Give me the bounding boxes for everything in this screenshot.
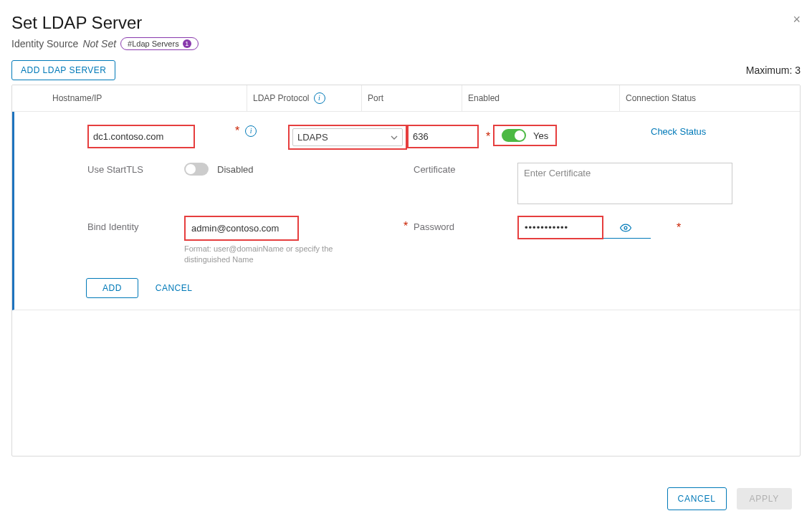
bind-identity-highlight	[184, 216, 299, 241]
hostname-input[interactable]	[92, 128, 191, 145]
dialog-footer: CANCEL APPLY	[667, 487, 792, 510]
eye-icon[interactable]	[619, 221, 632, 234]
ldap-servers-chip[interactable]: #Ldap Servers 1	[120, 37, 199, 50]
required-marker: *	[486, 130, 490, 143]
starttls-toggle[interactable]	[184, 163, 209, 176]
identity-source-value: Not Set	[82, 38, 116, 49]
grid-header: Hostname/IP LDAP Protocol i Port Enabled…	[12, 85, 800, 112]
starttls-state: Disabled	[217, 164, 254, 175]
ldap-protocol-value: LDAPS	[297, 132, 328, 143]
dialog-title: Set LDAP Server	[11, 13, 142, 33]
bind-identity-label: Bind Identity	[87, 221, 139, 232]
required-marker: *	[677, 221, 681, 234]
dialog-set-ldap-server: Set LDAP Server × Identity Source Not Se…	[0, 0, 812, 526]
ldap-server-editor: * i LDAPS	[12, 112, 800, 310]
info-icon[interactable]: i	[314, 92, 325, 104]
cancel-inline-link[interactable]: CANCEL	[156, 283, 193, 293]
close-icon[interactable]: ×	[793, 13, 801, 26]
apply-button: APPLY	[737, 488, 792, 510]
col-hostname: Hostname/IP	[47, 85, 247, 111]
col-port: Port	[362, 85, 462, 111]
maximum-text: Maximum: 3	[746, 64, 801, 76]
col-connection-status: Connection Status	[620, 85, 800, 111]
identity-source-label: Identity Source	[11, 38, 78, 49]
certificate-textarea[interactable]: Enter Certificate	[517, 163, 732, 204]
port-input[interactable]	[411, 128, 474, 145]
col-enabled: Enabled	[462, 85, 620, 111]
certificate-label: Certificate	[414, 164, 456, 175]
enabled-highlight: Yes	[493, 125, 557, 146]
enabled-label: Yes	[533, 130, 548, 141]
add-ldap-server-button[interactable]: ADD LDAP SERVER	[11, 60, 115, 80]
hostname-highlight	[87, 125, 195, 148]
certificate-placeholder: Enter Certificate	[524, 168, 591, 178]
protocol-highlight: LDAPS	[288, 125, 407, 150]
enabled-toggle[interactable]	[502, 129, 526, 142]
password-highlight	[517, 216, 603, 239]
chip-count-badge: 1	[183, 39, 191, 48]
password-input[interactable]	[523, 219, 598, 236]
col-protocol: LDAP Protocol i	[247, 85, 362, 111]
chip-label: #Ldap Servers	[128, 39, 179, 48]
required-marker: *	[235, 125, 239, 138]
required-marker: *	[403, 220, 408, 232]
password-label: Password	[414, 221, 454, 232]
use-starttls-label: Use StartTLS	[87, 164, 143, 175]
cancel-button[interactable]: CANCEL	[667, 487, 727, 510]
port-highlight	[407, 125, 479, 148]
chevron-down-icon	[391, 134, 398, 141]
ldap-protocol-select[interactable]: LDAPS	[292, 128, 403, 146]
bind-identity-help: Format: user@domainName or specify the d…	[184, 244, 356, 265]
svg-point-0	[624, 226, 627, 229]
info-icon[interactable]: i	[245, 125, 257, 137]
check-status-link[interactable]: Check Status	[651, 126, 706, 137]
ldap-servers-grid: Hostname/IP LDAP Protocol i Port Enabled…	[11, 85, 801, 456]
bind-identity-input[interactable]	[190, 220, 293, 236]
add-button[interactable]: ADD	[86, 278, 138, 298]
